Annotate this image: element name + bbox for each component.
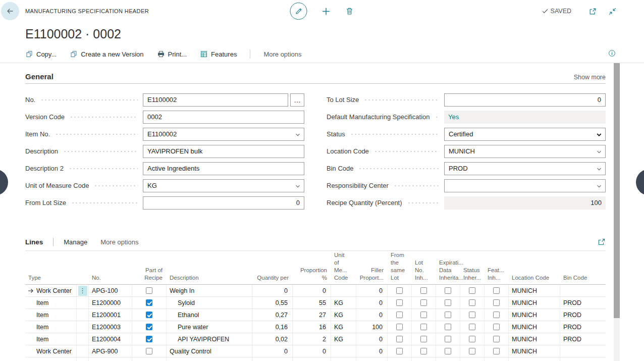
edit-button[interactable] (290, 3, 307, 20)
col-header-location-code[interactable]: Location Code (509, 274, 560, 282)
from-same-lot-checkbox[interactable] (396, 348, 403, 354)
features-inherit-checkbox[interactable] (493, 312, 500, 318)
cell-bin-code[interactable]: PROD (560, 297, 606, 308)
cell-quantity-per[interactable]: 0,02 (252, 333, 293, 345)
lot-no-inherit-checkbox[interactable] (420, 287, 427, 294)
col-header-no[interactable]: No. (89, 274, 132, 282)
unit-of-measure-input[interactable] (143, 179, 304, 192)
part-of-recipe-checkbox[interactable] (146, 336, 152, 342)
item-no-input[interactable] (143, 128, 304, 141)
cell-type[interactable]: Item (25, 309, 77, 321)
lot-no-inherit-checkbox[interactable] (420, 324, 427, 330)
cell-no[interactable]: E1200001 (89, 309, 132, 321)
cell-proportion[interactable]: 0 (293, 285, 331, 296)
cell-quantity-per[interactable]: 0,27 (252, 309, 293, 321)
from-same-lot-checkbox[interactable] (396, 299, 403, 306)
lot-no-inherit-checkbox[interactable] (420, 312, 427, 318)
status-inherit-checkbox[interactable] (469, 324, 475, 330)
cell-uom-code[interactable]: KG (331, 333, 356, 345)
cell-proportion[interactable]: 16 (293, 321, 331, 333)
table-row-empty[interactable] (25, 357, 606, 361)
previous-record-button[interactable] (0, 169, 8, 195)
cell-location-code[interactable]: MUNICH (509, 333, 560, 345)
scrollbar-thumb[interactable] (614, 63, 620, 318)
expiration-inherit-checkbox[interactable] (445, 348, 451, 354)
status-inherit-checkbox[interactable] (469, 299, 475, 306)
to-lot-size-input[interactable] (444, 93, 606, 107)
col-header-description[interactable]: Description (167, 274, 252, 282)
collapse-button[interactable] (608, 7, 617, 16)
expiration-inherit-checkbox[interactable] (445, 336, 451, 342)
part-of-recipe-checkbox[interactable] (146, 287, 152, 294)
cell-type[interactable]: Item (25, 333, 77, 345)
cell-location-code[interactable]: MUNICH (509, 321, 560, 333)
status-inherit-checkbox[interactable] (469, 348, 475, 354)
cell-proportion[interactable]: 0 (293, 345, 331, 357)
version-code-input[interactable] (143, 111, 304, 124)
expiration-inherit-checkbox[interactable] (445, 312, 451, 318)
part-of-recipe-checkbox[interactable] (146, 299, 152, 306)
cell-no[interactable]: E1200004 (89, 333, 132, 345)
from-same-lot-checkbox[interactable] (396, 287, 403, 294)
table-row[interactable]: Item E1200000 Syloid 0,55 55 KG 0 MUNICH… (25, 297, 606, 309)
part-of-recipe-checkbox[interactable] (146, 324, 152, 330)
lot-no-inherit-checkbox[interactable] (420, 336, 427, 342)
cell-description[interactable]: Pure water (167, 321, 252, 333)
col-header-quantity-per[interactable]: Quantity per (252, 274, 293, 282)
cell-type[interactable]: Work Center (25, 285, 77, 296)
from-lot-size-input[interactable] (143, 196, 304, 210)
cell-bin-code[interactable] (560, 285, 606, 296)
cell-filler-proportion[interactable]: 0 (356, 333, 388, 345)
cell-quantity-per[interactable]: 0,55 (252, 297, 293, 308)
expiration-inherit-checkbox[interactable] (445, 299, 451, 306)
new-button[interactable] (321, 7, 331, 16)
from-same-lot-checkbox[interactable] (396, 324, 403, 330)
col-header-proportion[interactable]: Proportion % (293, 267, 331, 282)
cell-filler-proportion[interactable]: 0 (356, 285, 388, 296)
from-same-lot-checkbox[interactable] (396, 336, 403, 342)
cell-description[interactable]: Quality Control (167, 345, 252, 357)
lot-no-inherit-checkbox[interactable] (420, 299, 427, 306)
features-inherit-checkbox[interactable] (493, 287, 500, 294)
cell-quantity-per[interactable]: 0,16 (252, 321, 293, 333)
col-header-type[interactable]: Type (25, 274, 77, 282)
cell-uom-code[interactable] (331, 345, 356, 357)
cell-uom-code[interactable]: KG (331, 297, 356, 308)
cell-no[interactable]: APG-100 (89, 285, 132, 296)
features-inherit-checkbox[interactable] (493, 348, 500, 354)
cell-location-code[interactable]: MUNICH (509, 297, 560, 308)
table-row[interactable]: Item E1200001 Ethanol 0,27 27 KG 0 MUNIC… (25, 309, 606, 321)
focus-mode-button[interactable] (598, 238, 606, 246)
description-2-input[interactable] (143, 162, 304, 175)
cell-description[interactable]: API YAVIPROFEN (167, 333, 252, 345)
responsibility-center-input[interactable] (444, 179, 606, 192)
table-row[interactable]: Item E1200004 API YAVIPROFEN 0,02 2 KG 0… (25, 333, 606, 345)
cell-type[interactable]: Work Center (25, 345, 77, 357)
vertical-scrollbar[interactable] (614, 63, 620, 361)
row-menu-button[interactable]: ⋮ (78, 286, 87, 296)
copy-action[interactable]: Copy... (25, 50, 57, 58)
table-row[interactable]: Item E1200003 Pure water 0,16 16 KG 100 … (25, 321, 606, 333)
col-header-from-same-lot[interactable]: From the same Lot (388, 251, 412, 282)
table-row[interactable]: Work Center ⋮ APG-100 Weigh In 0 0 0 MUN… (25, 285, 606, 297)
part-of-recipe-checkbox[interactable] (146, 312, 152, 318)
col-header-expiration-inherit[interactable]: Expirati... Data Inherita... (436, 259, 460, 282)
show-more-link[interactable]: Show more (574, 74, 606, 81)
assist-edit-button[interactable]: … (290, 93, 304, 107)
cell-quantity-per[interactable]: 0 (252, 345, 293, 357)
cell-filler-proportion[interactable]: 0 (356, 297, 388, 308)
col-header-part-of-recipe[interactable]: Part of Recipe (132, 267, 167, 282)
lines-more-options[interactable]: More options (100, 238, 138, 246)
cell-location-code[interactable]: MUNICH (509, 285, 560, 296)
open-in-new-window-button[interactable] (588, 7, 597, 16)
col-header-features-inherit[interactable]: Feat... Inh... (485, 267, 509, 282)
col-header-filler-proportion[interactable]: Filler Proport... (356, 267, 388, 282)
features-inherit-checkbox[interactable] (493, 324, 500, 330)
no-input[interactable] (143, 93, 288, 107)
cell-uom-code[interactable]: KG (331, 321, 356, 333)
cell-location-code[interactable]: MUNICH (509, 309, 560, 321)
cell-bin-code[interactable]: PROD (560, 309, 606, 321)
col-header-lot-no-inherit[interactable]: Lot No. Inh... (412, 259, 436, 282)
cell-bin-code[interactable]: PROD (560, 333, 606, 345)
cell-filler-proportion[interactable]: 0 (356, 309, 388, 321)
